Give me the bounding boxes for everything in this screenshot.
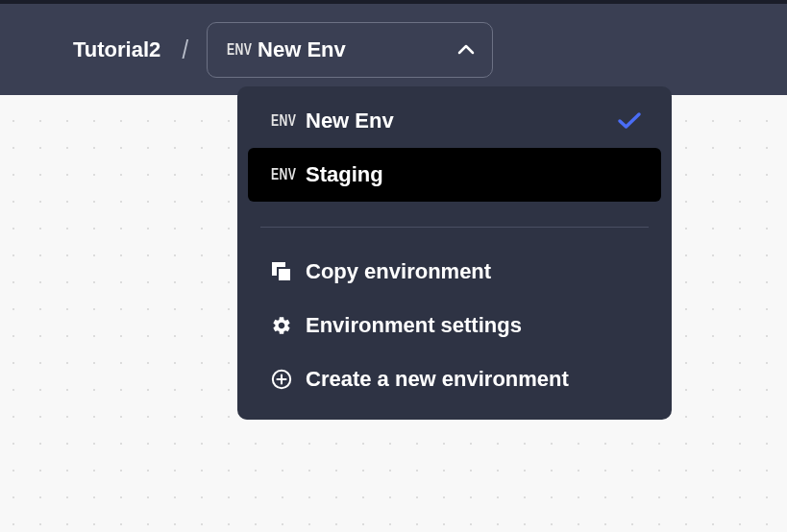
checkmark-icon — [617, 109, 642, 133]
action-environment-settings[interactable]: Environment settings — [248, 299, 661, 352]
env-option-staging[interactable]: ENV Staging — [248, 148, 661, 202]
copy-icon — [271, 261, 306, 282]
action-label: Copy environment — [306, 259, 491, 284]
env-option-new-env[interactable]: ENV New Env — [248, 94, 661, 148]
action-create-environment[interactable]: Create a new environment — [248, 352, 661, 406]
breadcrumb-separator: / — [183, 35, 189, 65]
dropdown-divider — [260, 227, 649, 228]
env-tag: ENV — [227, 40, 249, 60]
environment-selector[interactable]: ENV New Env — [207, 22, 493, 78]
env-selector-label: New Env — [258, 37, 457, 62]
header-bar: Tutorial2 / ENV New Env — [0, 4, 787, 95]
environment-dropdown: ENV New Env ENV Staging Copy environment… — [237, 86, 672, 420]
svg-rect-1 — [278, 268, 291, 281]
env-option-label: New Env — [306, 109, 617, 133]
gear-icon — [271, 315, 306, 336]
env-option-label: Staging — [306, 162, 642, 187]
action-label: Create a new environment — [306, 367, 569, 392]
env-tag: ENV — [271, 111, 296, 131]
breadcrumb-title: Tutorial2 — [73, 37, 160, 62]
action-copy-environment[interactable]: Copy environment — [248, 245, 661, 299]
action-label: Environment settings — [306, 313, 522, 338]
chevron-up-icon — [457, 45, 475, 55]
env-tag: ENV — [271, 165, 296, 184]
plus-circle-icon — [271, 369, 306, 390]
